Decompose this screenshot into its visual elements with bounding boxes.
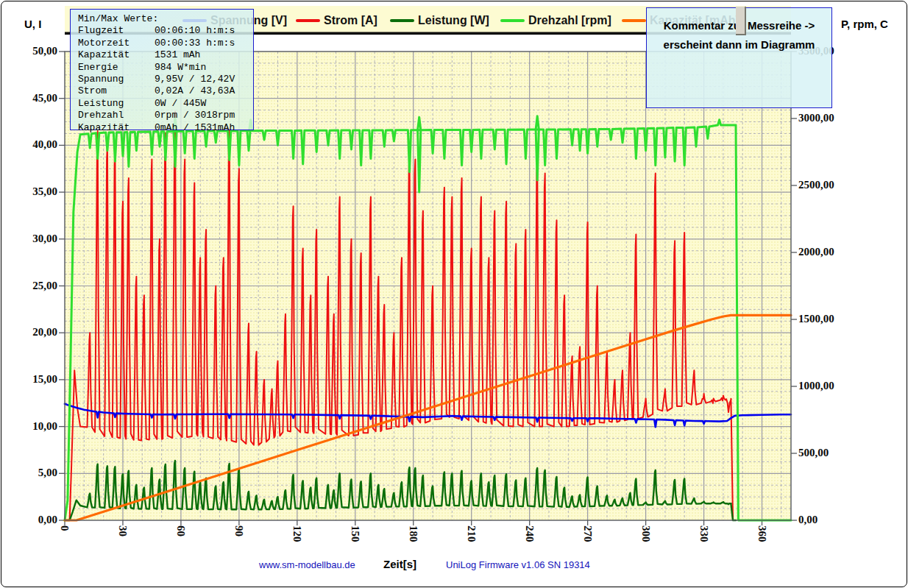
left-axis-tick: 25,00 xyxy=(0,280,57,292)
info-row-value: 0rpm / 3018rpm xyxy=(155,110,235,121)
info-row-value: 9,95V / 12,42V xyxy=(155,74,235,85)
legend-item-leistung-w[interactable]: Leistung [W] xyxy=(390,13,489,28)
info-row-label: Drehzahl xyxy=(78,110,155,121)
info-row-flugzeit: Flugzeit00:06:10 h:m:s xyxy=(78,25,253,37)
info-row-kapazit-t: Kapazität1531 mAh xyxy=(78,49,253,61)
info-row-label: Motorzeit xyxy=(78,38,155,49)
info-row-value: 1531 mAh xyxy=(155,49,200,61)
legend-color-swatch xyxy=(622,19,646,22)
comment-box-handle[interactable] xyxy=(736,7,746,35)
info-row-label: Energie xyxy=(78,62,155,74)
info-row-value: 0,02A / 43,63A xyxy=(155,85,235,97)
legend-label: Drehzahl [rpm] xyxy=(528,14,611,27)
left-axis-tick: 20,00 xyxy=(0,326,57,339)
legend-color-swatch xyxy=(296,19,320,22)
info-row-spannung: Spannung9,95V / 12,42V xyxy=(78,74,253,85)
comment-line-2: erscheint dann im Diagramm xyxy=(647,35,831,54)
x-axis-tick: 210 xyxy=(465,525,478,556)
x-axis-tick: 330 xyxy=(698,525,710,556)
x-axis-tick: 360 xyxy=(756,525,768,556)
legend-label: Leistung [W] xyxy=(418,14,489,27)
info-row-value: 984 W*min xyxy=(155,62,206,74)
info-row-value: 00:00:33 h:m:s xyxy=(155,38,235,49)
legend-color-swatch xyxy=(500,19,525,22)
x-axis-tick: 120 xyxy=(291,525,303,556)
info-row-leistung: Leistung0W / 445W xyxy=(78,98,253,110)
info-row-label: Leistung xyxy=(78,98,155,110)
right-axis-tick: 2500,00 xyxy=(798,179,834,191)
right-axis-tick: 0,00 xyxy=(798,514,817,526)
info-row-label: Flugzeit xyxy=(78,25,155,37)
info-row-drehzahl: Drehzahl0rpm / 3018rpm xyxy=(78,110,253,121)
legend-color-swatch xyxy=(390,19,414,22)
x-axis-tick: 60 xyxy=(174,525,187,556)
right-axis-tick: 1500,00 xyxy=(798,313,834,325)
left-axis-tick: 50,00 xyxy=(0,45,57,57)
info-row-strom: Strom0,02A / 43,63A xyxy=(78,85,253,97)
left-axis-tick: 10,00 xyxy=(0,420,57,433)
info-row-energie: Energie984 W*min xyxy=(78,62,253,74)
right-axis-tick: 3000,00 xyxy=(798,112,834,124)
right-axis-title: P, rpm, C xyxy=(841,18,888,30)
info-row-value: 0W / 445W xyxy=(155,98,206,110)
x-axis-tick: 150 xyxy=(349,525,361,556)
left-axis-tick: 5,00 xyxy=(0,467,57,479)
right-axis-tick: 500,00 xyxy=(798,447,829,459)
right-axis-tick: 2000,00 xyxy=(798,246,834,258)
right-axis-tick: 1000,00 xyxy=(798,380,834,392)
info-row-label: Strom xyxy=(78,85,155,97)
left-axis-title: U, I xyxy=(24,18,41,30)
x-axis-tick: 180 xyxy=(407,525,419,556)
info-row-kapazit-t: Kapazität0mAh / 1531mAh xyxy=(78,122,253,134)
info-row-label: Spannung xyxy=(78,74,155,85)
info-row-label: Kapazität xyxy=(78,122,155,134)
left-axis-tick: 35,00 xyxy=(0,185,57,198)
legend-item-strom-a[interactable]: Strom [A] xyxy=(296,13,377,28)
left-axis-tick: 15,00 xyxy=(0,373,57,386)
info-row-value: 0mAh / 1531mAh xyxy=(155,122,235,134)
info-row-label: Kapazität xyxy=(78,49,155,61)
x-axis-tick: 240 xyxy=(523,525,536,556)
unilog-chart-window: U, I P, rpm, C 50,0045,0040,0035,0030,00… xyxy=(0,0,908,588)
legend-label: Strom [A] xyxy=(324,14,377,27)
info-box-title: Min/Max Werte: xyxy=(78,13,253,25)
info-row-value: 00:06:10 h:m:s xyxy=(155,25,235,37)
minmax-info-box: Min/Max Werte: Flugzeit00:06:10 h:m:sMot… xyxy=(70,9,254,130)
x-axis-tick: 30 xyxy=(116,525,129,556)
firmware-info: UniLog Firmware v1.06 SN 19314 xyxy=(446,559,590,570)
x-axis-tick: 270 xyxy=(581,525,594,556)
left-axis-tick: 0,00 xyxy=(0,514,57,526)
website-link[interactable]: www.sm-modellbau.de xyxy=(259,559,355,570)
x-axis-tick: 300 xyxy=(639,525,652,556)
info-row-motorzeit: Motorzeit00:00:33 h:m:s xyxy=(78,38,253,49)
x-axis-tick: 0 xyxy=(58,525,71,556)
left-axis-tick: 40,00 xyxy=(0,138,57,151)
left-axis-tick: 45,00 xyxy=(0,92,57,105)
left-axis-tick: 30,00 xyxy=(0,233,57,245)
legend-item-drehzahl-rpm[interactable]: Drehzahl [rpm] xyxy=(500,13,611,28)
x-axis-tick: 90 xyxy=(233,525,245,556)
x-axis-title: Zeit[s] xyxy=(383,558,416,570)
info-box-rows: Flugzeit00:06:10 h:m:sMotorzeit00:00:33 … xyxy=(78,25,253,134)
